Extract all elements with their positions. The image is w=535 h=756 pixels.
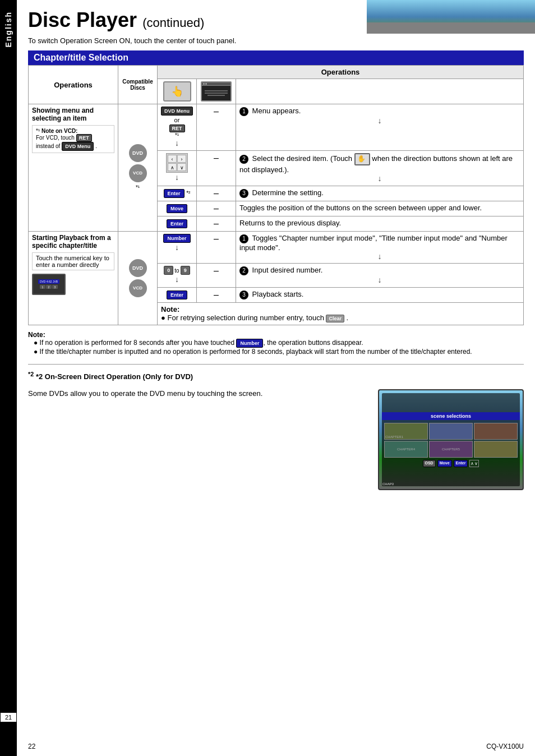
scene-enter-btn: Enter — [454, 460, 468, 467]
move-dash: – — [197, 201, 236, 216]
step3-num: 3 — [239, 189, 248, 198]
step1-dash: – — [197, 104, 236, 151]
main-content: Disc Player (continued) To switch Operat… — [17, 0, 535, 499]
op-desc-header — [236, 79, 524, 104]
sidebar-page-number: 21 — [0, 712, 17, 722]
vcd-disc-badge: VCD — [129, 164, 147, 182]
scene-buttons-bar: OSD Move Enter ∧ ∨ — [382, 460, 520, 467]
onscreen-body-text: Some DVDs allow you to operate the DVD m… — [28, 389, 367, 398]
step1-num: 1 — [239, 107, 248, 116]
enter-return-desc: Returns to the previous display. — [236, 216, 524, 231]
footer-page-num: 22 — [28, 743, 35, 750]
ret-btn-step1: RET — [169, 125, 185, 132]
arrow-number: ↓ — [175, 243, 179, 252]
scene-cell-6 — [474, 441, 518, 458]
onscreen-content: Some DVDs allow you to operate the DVD m… — [28, 389, 524, 490]
page-title: Disc Player (continued) — [28, 8, 204, 32]
col-header-ops-group: Operations — [158, 66, 524, 79]
number-note-footer: Note: ● For retrying selection during nu… — [158, 303, 524, 325]
enter-play-dash: – — [197, 288, 236, 303]
arrow-step1: ↓ — [175, 139, 179, 148]
num-step3-circle: 3 — [239, 291, 248, 299]
move-desc: Toggles the position of the buttons on t… — [236, 201, 524, 216]
dir-right: › — [177, 155, 186, 163]
op-showing-menu-note: *¹ Note on VCD:For VCD, touch RET instea… — [32, 125, 114, 153]
step3-desc: 3 Determine the setting. — [236, 186, 524, 201]
btn-9: 9 — [181, 266, 190, 275]
dvd-menu-btn-step1: DVD Menu — [161, 107, 193, 116]
arrow2-down: ↓ — [239, 174, 520, 183]
op-showing-menu-title: Showing menu and selecting an item — [32, 107, 114, 122]
ret-button-ref: RET — [76, 134, 92, 142]
header-background-image — [367, 0, 535, 34]
enter-play-btn: Enter — [167, 291, 187, 299]
dvd-disc-badge: DVD — [129, 144, 147, 162]
scene-sel-title: scene selections — [382, 412, 520, 420]
touchscreen-icon: 👆 — [163, 81, 191, 102]
enter-return-dash: – — [197, 216, 236, 231]
clear-btn-ref: Clear — [326, 315, 344, 322]
op-starting-playback: Starting Playback from a specific chapte… — [29, 231, 118, 325]
scene-cell-1: CHAPTER1 — [384, 423, 428, 440]
enter-btn-step3: Enter — [164, 189, 185, 198]
scene-cell-5: CHAPTER5 — [429, 441, 473, 458]
table-row-showing-menu: Showing menu and selecting an item *¹ No… — [29, 104, 524, 151]
notes-title: Note: — [28, 331, 45, 339]
scene-cell-3: CHAP3 — [474, 423, 518, 440]
compat-starting-playback: DVD VCD — [118, 231, 158, 325]
op-step2-button: ‹ › ∧ ∨ ↓ — [158, 150, 197, 186]
op-num-range-button: 0 to 9 ↓ — [158, 264, 197, 288]
op-enter-play-button: Enter — [158, 288, 197, 303]
op-icon-touchscreen: 👆 — [158, 79, 197, 104]
scene-overlay: scene selections CHAPTER1 CHAP2 CHAP3 CH… — [382, 393, 520, 486]
dvd-disc-badge2: DVD — [129, 259, 147, 277]
note-bullet-1: ● If no operation is performed for 8 sec… — [34, 339, 524, 348]
scene-grid: CHAPTER1 CHAP2 CHAP3 CHAPTER4 CHAPTER5 — [382, 423, 520, 458]
btn-0: 0 — [164, 266, 173, 275]
sidebar: English 21 — [0, 0, 17, 756]
table-row-starting-playback: Starting Playback from a specific chapte… — [29, 231, 524, 264]
op-move-button: Move — [158, 201, 197, 216]
col-header-operations: Operations — [29, 66, 118, 104]
page-subtitle: To switch Operation Screen ON, touch the… — [28, 36, 524, 45]
main-table: Operations CompatibleDiscs Operations 👆 — [28, 65, 524, 325]
scene-cell-2: CHAP2 — [429, 423, 473, 440]
arrow-num-range: ↓ — [175, 275, 179, 284]
step3-dash: – — [197, 186, 236, 201]
arrow1-down: ↓ — [239, 116, 520, 126]
touch-icon-inline — [354, 153, 370, 165]
onscreen-title-text: *2 On-Screen Direct Operation (Only for … — [36, 372, 193, 381]
dir-left: ‹ — [168, 155, 177, 163]
page-footer: 22 CQ-VX100U — [17, 743, 535, 750]
dvd-menu-button-ref: DVD Menu — [62, 142, 94, 151]
number-btn: Number — [163, 234, 190, 243]
op-icon-display — [197, 79, 236, 104]
num-step2-desc: 2 Input desired number. ↓ — [236, 264, 524, 288]
footer-model: CQ-VX100U — [486, 743, 524, 750]
op-starting-playback-note: Touch the numerical key to enter a numbe… — [32, 252, 114, 270]
scene-dir-btns: ∧ ∨ — [469, 460, 479, 467]
step2-num: 2 — [239, 155, 248, 164]
col-header-compatible: CompatibleDiscs — [118, 66, 158, 104]
onscreen-image: scene selections CHAPTER1 CHAP2 CHAP3 CH… — [378, 389, 524, 490]
onscreen-title: *2 *2 On-Screen Direct Operation (Only f… — [28, 370, 524, 380]
op-step1-button: DVD Menu or RET *¹ ↓ — [158, 104, 197, 151]
op-enter-return-button: Enter — [158, 216, 197, 231]
onscreen-section: *2 *2 On-Screen Direct Operation (Only f… — [28, 364, 524, 490]
title-text: Disc Player — [28, 8, 137, 31]
dvd-screen-preview: DVD 4:62 JVB 1 2 3 — [32, 274, 66, 295]
dir-down: ∨ — [177, 163, 186, 171]
step2-dash: – — [197, 150, 236, 186]
display-icon — [201, 81, 232, 102]
dir-buttons: ‹ › ∧ ∨ — [166, 153, 188, 173]
num-step1-circle: 1 — [239, 234, 248, 243]
op-starting-playback-title: Starting Playback from a specific chapte… — [32, 234, 114, 250]
arrow-num2: ↓ — [239, 275, 520, 285]
scene-move-btn: Move — [437, 460, 452, 467]
op-showing-menu: Showing menu and selecting an item *¹ No… — [29, 104, 118, 232]
note-bullet-2: ● If the title/chapter number is inputte… — [34, 348, 524, 356]
enter-return-btn: Enter — [167, 219, 187, 228]
number-step1-desc: 1 Toggles "Chapter number input mode", "… — [236, 231, 524, 264]
sidebar-language: English — [4, 11, 13, 48]
scene-cell-4: CHAPTER4 — [384, 441, 428, 458]
